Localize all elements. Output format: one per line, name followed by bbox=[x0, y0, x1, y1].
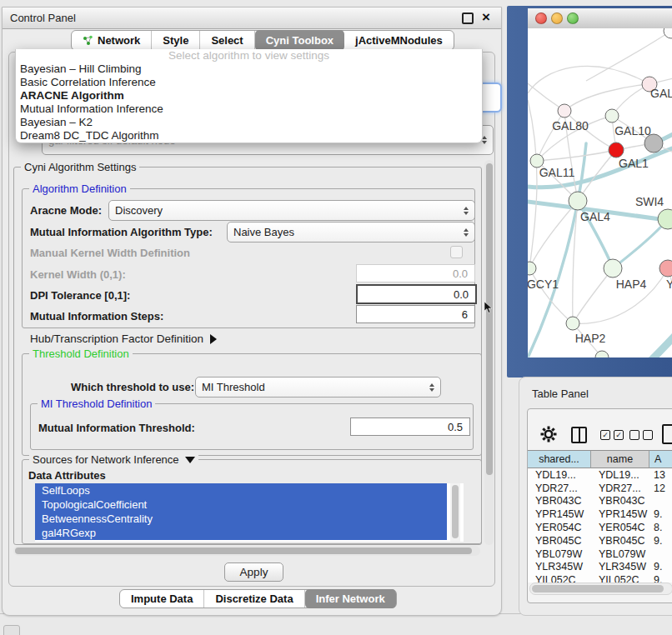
table-cell: YIL052C bbox=[528, 574, 591, 582]
settings-horizontal-scrollbar[interactable] bbox=[13, 546, 480, 556]
expand-arrow-icon[interactable] bbox=[210, 334, 217, 344]
network-node[interactable] bbox=[644, 134, 663, 152]
dpi-tolerance-label: DPI Tolerance [0,1]: bbox=[30, 289, 130, 302]
tab-discretize-data[interactable]: Discretize Data bbox=[204, 590, 304, 608]
network-node[interactable] bbox=[659, 260, 672, 277]
table-row[interactable]: YDR27...YDR27...12 bbox=[528, 482, 672, 495]
tab-jactivemnodules[interactable]: jActiveMNodules bbox=[344, 31, 454, 50]
network-edge[interactable] bbox=[573, 268, 613, 323]
mi-threshold-input[interactable]: 0.5 bbox=[350, 418, 470, 436]
table-row[interactable]: YIL052CYIL052C9. bbox=[528, 573, 672, 582]
tab-select[interactable]: Select bbox=[200, 31, 254, 50]
network-edge[interactable] bbox=[537, 150, 616, 161]
table-cell: YBL079W bbox=[591, 548, 649, 560]
gear-icon[interactable] bbox=[540, 426, 557, 446]
deselect-all-checks-icon[interactable] bbox=[629, 430, 653, 440]
split-columns-icon[interactable] bbox=[571, 427, 587, 443]
combo-arrows-icon bbox=[429, 383, 434, 392]
mini-panel-button[interactable] bbox=[3, 625, 20, 635]
select-all-checks-icon[interactable]: ✓ ✓ bbox=[600, 430, 624, 440]
network-edge[interactable] bbox=[573, 268, 668, 323]
attribute-item[interactable]: SelfLoops bbox=[35, 483, 447, 498]
mi-steps-input[interactable]: 6 bbox=[356, 305, 475, 323]
network-edge[interactable] bbox=[537, 111, 564, 161]
algorithm-option[interactable]: Dream8 DC_TDC Algorithm bbox=[16, 129, 482, 142]
network-edge[interactable] bbox=[586, 31, 671, 81]
dpi-tolerance-input[interactable]: 0.0 bbox=[356, 284, 477, 304]
attribute-list-scrollbar[interactable] bbox=[450, 483, 460, 542]
apply-button[interactable]: Apply bbox=[224, 562, 283, 582]
tab-cyni-toolbox[interactable]: Cyni Toolbox bbox=[255, 30, 344, 51]
algorithm-option[interactable]: Mutual Information Inference bbox=[16, 102, 482, 116]
network-node[interactable] bbox=[558, 104, 571, 118]
network-edge[interactable] bbox=[529, 268, 573, 323]
kernel-width-input[interactable]: 0.0 bbox=[356, 264, 475, 282]
table-panel-title: Table Panel bbox=[519, 378, 672, 400]
mi-type-label: Mutual Information Algorithm Type: bbox=[30, 226, 213, 238]
table-row[interactable]: YBR043CYBR043C bbox=[528, 495, 672, 508]
minimize-traffic-light[interactable] bbox=[551, 12, 563, 24]
zoom-traffic-light[interactable] bbox=[567, 12, 579, 24]
table-row[interactable]: YLR345WYLR345W9. bbox=[528, 561, 672, 574]
algorithm-option[interactable]: Bayesian – K2 bbox=[16, 116, 482, 129]
network-edge[interactable] bbox=[613, 219, 668, 268]
network-node[interactable] bbox=[609, 142, 624, 158]
hub-definition-label: Hub/Transcription Factor Definition bbox=[30, 332, 203, 345]
network-node[interactable] bbox=[664, 28, 672, 38]
table-row[interactable]: YER054CYER054C8. bbox=[528, 521, 672, 534]
tab-infer-network[interactable]: Infer Network bbox=[305, 589, 396, 608]
network-node[interactable] bbox=[605, 109, 619, 122]
tab-style[interactable]: Style bbox=[152, 31, 200, 50]
network-node[interactable] bbox=[528, 262, 536, 275]
table-cell: YPR145W bbox=[528, 508, 591, 520]
table-cell: YPR145W bbox=[591, 508, 649, 520]
network-edge[interactable] bbox=[528, 80, 564, 111]
data-attributes-list[interactable]: SelfLoopsTopologicalCoefficientBetweenne… bbox=[35, 483, 464, 542]
top-tab-strip: Network Style Select Cyni Toolbox jActiv… bbox=[71, 30, 454, 51]
column-header-third[interactable]: A bbox=[649, 450, 672, 468]
attribute-item[interactable]: gal4RGexp bbox=[35, 526, 447, 540]
algorithm-option[interactable]: Basic Correlation Inference bbox=[16, 76, 482, 89]
control-panel-titlebar[interactable]: Control Panel × bbox=[3, 8, 501, 29]
column-header-shared-name[interactable]: shared... bbox=[528, 450, 591, 468]
data-attributes-label: Data Attributes bbox=[28, 469, 106, 482]
algorithm-option[interactable]: ARACNE Algorithm bbox=[16, 89, 482, 102]
aracne-mode-combo[interactable]: Discovery bbox=[108, 200, 475, 221]
table-row[interactable]: YBL079WYBL079W bbox=[528, 548, 672, 561]
table-row[interactable]: YPR145WYPR145W9. bbox=[528, 508, 672, 521]
export-table-icon[interactable] bbox=[662, 424, 672, 444]
network-node[interactable] bbox=[604, 259, 622, 278]
settings-vertical-scrollbar[interactable] bbox=[484, 160, 494, 545]
table-row[interactable]: YDL19...YDL19...13 bbox=[528, 468, 672, 482]
tab-impute-data[interactable]: Impute Data bbox=[120, 590, 204, 608]
network-edge[interactable] bbox=[528, 100, 537, 268]
tab-network[interactable]: Network bbox=[72, 31, 152, 50]
table-row[interactable]: YBR045CYBR045C9. bbox=[528, 534, 672, 548]
manual-kernel-checkbox[interactable] bbox=[450, 246, 463, 258]
collapse-arrow-icon[interactable] bbox=[185, 457, 195, 463]
network-node[interactable] bbox=[566, 317, 579, 330]
close-traffic-light[interactable] bbox=[535, 12, 547, 24]
column-header-name[interactable]: name bbox=[591, 450, 649, 468]
manual-kernel-label: Manual Kernel Width Definition bbox=[30, 247, 190, 259]
aracne-mode-label: Aracne Mode: bbox=[30, 204, 102, 217]
node-label: GCY1 bbox=[528, 278, 559, 291]
hub-definition-section[interactable]: Hub/Transcription Factor Definition bbox=[30, 332, 217, 345]
network-view-window: GAL2GAL80GAL10GAL1GAL11GAL4SWI4GCY1HAP4Y… bbox=[507, 6, 672, 378]
attribute-item[interactable]: TopologicalCoefficient bbox=[35, 498, 447, 512]
node-label: GAL10 bbox=[614, 124, 651, 138]
table-horizontal-scrollbar[interactable] bbox=[529, 582, 672, 595]
algorithm-option[interactable]: Bayesian – Hill Climbing bbox=[16, 62, 482, 76]
network-edge[interactable] bbox=[639, 332, 672, 358]
network-canvas[interactable]: GAL2GAL80GAL10GAL1GAL11GAL4SWI4GCY1HAP4Y… bbox=[528, 28, 672, 358]
table-rows-area[interactable]: YDL19...YDL19...13YDR27...YDR27...12YBR0… bbox=[528, 468, 672, 582]
tab-cyni-toolbox-label: Cyni Toolbox bbox=[266, 34, 333, 47]
float-icon[interactable] bbox=[462, 12, 474, 24]
network-window-titlebar[interactable] bbox=[528, 8, 672, 29]
close-icon[interactable]: × bbox=[482, 8, 490, 27]
which-threshold-combo[interactable]: MI Threshold bbox=[195, 377, 441, 398]
network-edge[interactable] bbox=[564, 84, 649, 111]
network-node[interactable] bbox=[569, 192, 587, 210]
mi-algorithm-type-combo[interactable]: Naive Bayes bbox=[227, 222, 475, 242]
attribute-item[interactable]: BetweennessCentrality bbox=[35, 512, 447, 526]
